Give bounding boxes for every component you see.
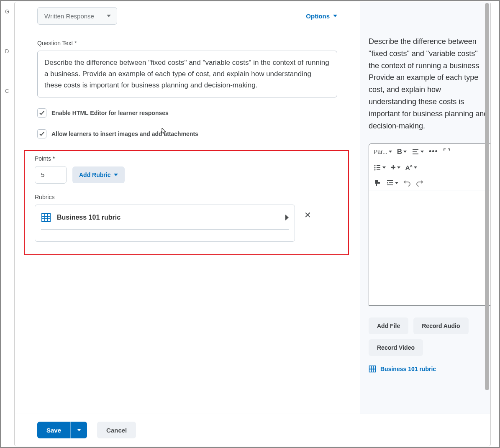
editor-body[interactable]: [369, 190, 490, 305]
redo-button[interactable]: [414, 177, 426, 188]
bg-letter: C: [1, 88, 13, 94]
chevron-down-icon: [414, 166, 417, 169]
options-label: Options: [306, 13, 330, 20]
fullscreen-button[interactable]: [441, 146, 453, 157]
points-label: Points *: [35, 155, 338, 162]
question-type-label: Written Response: [38, 13, 101, 20]
attachment-buttons: Add File Record Audio Record Video: [369, 317, 490, 356]
paragraph-style-select[interactable]: Par...: [372, 147, 394, 157]
chevron-down-icon: [114, 174, 118, 176]
enable-html-editor-checkbox-row[interactable]: Enable HTML Editor for learner responses: [37, 108, 337, 118]
background-sidebar: G D C: [1, 1, 13, 447]
annotation-highlight: Points * Add Rubric Rubrics: [24, 150, 349, 255]
modal-body: Written Response Options Question Text *…: [15, 2, 490, 414]
modal: Written Response Options Question Text *…: [14, 2, 491, 446]
checkbox-checked-icon[interactable]: [37, 129, 46, 138]
font-button[interactable]: AA: [403, 162, 419, 173]
checkbox-checked-icon[interactable]: [37, 108, 46, 118]
remove-rubric-button[interactable]: ✕: [304, 210, 311, 220]
rubric-link[interactable]: Business 101 rubric: [369, 365, 490, 373]
scrollbar[interactable]: [485, 3, 489, 390]
rubrics-section: Rubrics: [35, 194, 338, 242]
question-text-input[interactable]: Describe the difference between "fixed c…: [37, 51, 337, 97]
save-dropdown-button[interactable]: [70, 422, 87, 438]
chevron-down-icon: [397, 166, 400, 169]
checkbox-label: Enable HTML Editor for learner responses: [51, 110, 169, 116]
editor-toolbar: Par... B •••: [369, 144, 490, 190]
record-video-button[interactable]: Record Video: [369, 339, 423, 356]
bold-button[interactable]: B: [395, 146, 409, 158]
chevron-down-icon: [77, 429, 81, 431]
svg-point-8: [374, 165, 376, 166]
rubric-grid-icon: [369, 365, 376, 373]
add-rubric-label: Add Rubric: [79, 172, 110, 178]
chevron-down-icon: [333, 15, 337, 17]
format-painter-button[interactable]: [372, 177, 383, 188]
points-input[interactable]: [35, 166, 67, 184]
indent-button[interactable]: [384, 177, 400, 188]
question-text-label: Question Text *: [37, 40, 337, 46]
chevron-down-icon: [403, 151, 407, 153]
expand-icon[interactable]: [285, 215, 289, 220]
align-button[interactable]: [410, 146, 426, 157]
rubric-name: Business 101 rubric: [57, 214, 279, 221]
options-link[interactable]: Options: [306, 13, 337, 20]
more-button[interactable]: •••: [427, 146, 440, 158]
bg-letter: D: [1, 48, 13, 54]
svg-rect-17: [369, 366, 376, 372]
insert-button[interactable]: +: [389, 161, 403, 174]
editor-panel: Written Response Options Question Text *…: [15, 2, 360, 414]
svg-rect-0: [42, 213, 50, 222]
points-row: Add Rubric: [35, 166, 338, 184]
modal-footer: Save Cancel: [15, 414, 490, 446]
record-audio-button[interactable]: Record Audio: [413, 317, 468, 334]
add-rubric-button[interactable]: Add Rubric: [72, 166, 125, 183]
rich-text-editor[interactable]: Par... B •••: [369, 143, 490, 306]
app-frame: G D C Written Response Options Question …: [0, 0, 500, 448]
chevron-down-icon: [389, 151, 392, 153]
chevron-down-icon: [101, 8, 117, 24]
chevron-down-icon: [421, 151, 424, 153]
rubric-link-label: Business 101 rubric: [380, 366, 436, 372]
svg-point-12: [374, 169, 376, 170]
svg-point-10: [374, 167, 376, 168]
bg-letter: G: [1, 8, 13, 15]
add-file-button[interactable]: Add File: [369, 317, 408, 334]
save-button-group: Save: [37, 422, 87, 438]
undo-button[interactable]: [401, 177, 413, 188]
question-type-select[interactable]: Written Response: [37, 7, 117, 25]
preview-panel: Describe the difference between "fixed c…: [360, 2, 490, 414]
rubrics-label: Rubrics: [35, 194, 338, 200]
allow-attachments-checkbox-row[interactable]: Allow learners to insert images and add …: [37, 129, 337, 138]
rubric-card[interactable]: Business 101 rubric ✕: [35, 205, 295, 242]
save-button[interactable]: Save: [37, 422, 70, 438]
preview-question-text: Describe the difference between "fixed c…: [369, 36, 490, 132]
list-button[interactable]: [372, 162, 388, 173]
top-row: Written Response Options: [37, 7, 337, 25]
chevron-down-icon: [382, 166, 386, 169]
cancel-button[interactable]: Cancel: [97, 422, 136, 438]
checkbox-label: Allow learners to insert images and add …: [51, 131, 198, 137]
rubric-grid-icon: [41, 212, 51, 223]
chevron-down-icon: [395, 182, 398, 184]
